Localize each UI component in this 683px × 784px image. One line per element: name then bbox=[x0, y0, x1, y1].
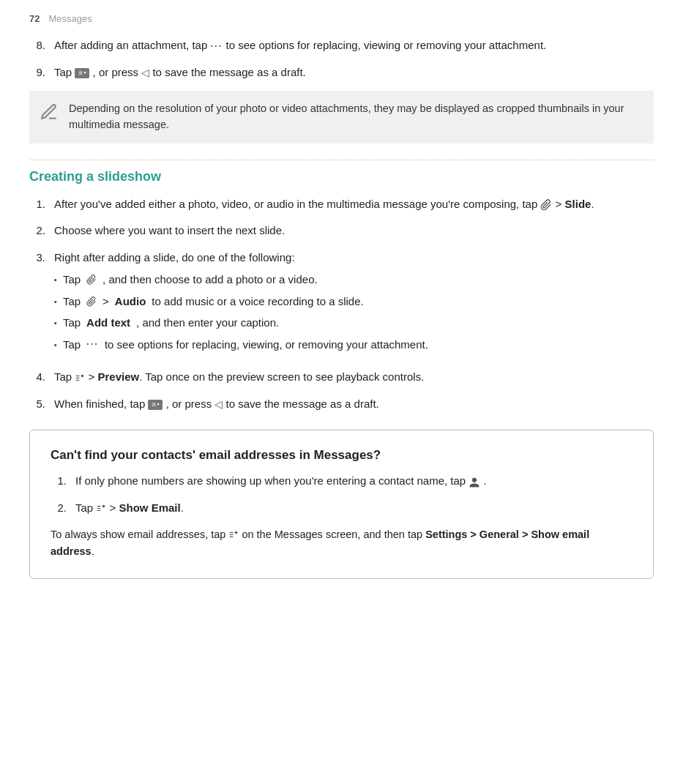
intro-list: 8. After adding an attachment, tap ··· t… bbox=[29, 37, 654, 81]
dots-icon: ··· bbox=[210, 39, 223, 53]
svg-rect-0 bbox=[76, 376, 80, 376]
item-9-text-end: to save the message as a draft. bbox=[152, 66, 305, 78]
svg-rect-6 bbox=[97, 510, 101, 511]
slideshow-list: 1. After you've added either a photo, vi… bbox=[29, 196, 654, 413]
note-box: Depending on the resolution of your phot… bbox=[29, 91, 654, 143]
info-step-2-content: Tap > Show Email. bbox=[75, 500, 632, 517]
page-container: 72 Messages 8. After adding an attachmen… bbox=[0, 0, 683, 608]
step-2-content: Choose where you want to insert the next… bbox=[54, 223, 654, 239]
info-box: Can't find your contacts' email addresse… bbox=[29, 430, 654, 578]
slideshow-step-1: 1. After you've added either a photo, vi… bbox=[29, 196, 654, 213]
slideshow-step-5: 5. When finished, tap ≡ ▪ , or press ◁ t… bbox=[29, 396, 654, 413]
section-label: Messages bbox=[48, 13, 92, 24]
info-step-1-content: If only phone numbers are showing up whe… bbox=[75, 473, 632, 490]
info-step-2: 2. Tap > Show Email. bbox=[51, 500, 632, 517]
svg-rect-1 bbox=[76, 378, 80, 378]
page-number: 72 bbox=[29, 13, 40, 24]
svg-point-3 bbox=[81, 375, 84, 378]
step-5-content: When finished, tap ≡ ▪ , or press ◁ to s… bbox=[54, 396, 654, 413]
dots-icon-b4: ··· bbox=[86, 337, 99, 351]
step-3-bullets: Tap , and then choose to add a photo or … bbox=[54, 272, 654, 353]
bullet-4: Tap ··· to see options for replacing, vi… bbox=[54, 337, 654, 354]
bullet-2: Tap > Audio to add music or a voice reco… bbox=[54, 294, 654, 310]
back-icon-5: ◁ bbox=[214, 397, 223, 412]
info-step-1-num: 1. bbox=[51, 473, 67, 490]
step-3-num: 3. bbox=[29, 250, 45, 359]
slideshow-step-4: 4. Tap > Preview. Tap once on the previe… bbox=[29, 369, 654, 386]
svg-point-7 bbox=[102, 505, 105, 508]
item-9-number: 9. bbox=[29, 64, 45, 81]
menu-icon-info bbox=[96, 501, 106, 516]
step-1-num: 1. bbox=[29, 196, 45, 213]
slideshow-heading: Creating a slideshow bbox=[29, 169, 654, 184]
svg-rect-4 bbox=[97, 506, 101, 507]
draft-icon: ≡ ▪ bbox=[75, 68, 89, 78]
clip-icon-b1 bbox=[86, 272, 97, 287]
item-9-text-mid: , or press bbox=[93, 66, 139, 78]
step-3-content: Right after adding a slide, do one of th… bbox=[54, 250, 654, 359]
svg-rect-9 bbox=[230, 534, 234, 535]
step-2-num: 2. bbox=[29, 223, 45, 239]
info-box-title: Can't find your contacts' email addresse… bbox=[51, 448, 632, 463]
item-8-number: 8. bbox=[29, 37, 45, 54]
svg-rect-5 bbox=[97, 508, 101, 509]
list-item-9: 9. Tap ≡ ▪ , or press ◁ to save the mess… bbox=[29, 64, 654, 81]
svg-rect-8 bbox=[230, 532, 234, 533]
info-step-1: 1. If only phone numbers are showing up … bbox=[51, 473, 632, 490]
step-1-content: After you've added either a photo, video… bbox=[54, 196, 654, 213]
section-divider bbox=[29, 160, 654, 160]
step-4-num: 4. bbox=[29, 369, 45, 386]
bullet-1: Tap , and then choose to add a photo or … bbox=[54, 272, 654, 288]
item-8-text-after: to see options for replacing, viewing or… bbox=[226, 39, 547, 51]
menu-icon-4 bbox=[75, 370, 85, 385]
slideshow-step-3: 3. Right after adding a slide, do one of… bbox=[29, 250, 654, 359]
bullet-3: Tap Add text, and then enter your captio… bbox=[54, 315, 654, 332]
clip-icon-b2 bbox=[86, 294, 97, 309]
svg-point-11 bbox=[235, 531, 238, 534]
pencil-icon bbox=[40, 102, 59, 126]
person-icon bbox=[469, 474, 480, 490]
svg-rect-2 bbox=[76, 380, 80, 381]
item-9-tap: Tap bbox=[54, 66, 72, 78]
item-8-text-before: After adding an attachment, tap bbox=[54, 39, 207, 51]
slideshow-step-2: 2. Choose where you want to insert the n… bbox=[29, 223, 654, 239]
info-box-list: 1. If only phone numbers are showing up … bbox=[51, 473, 632, 516]
item-8-content: After adding an attachment, tap ··· to s… bbox=[54, 37, 654, 54]
step-5-num: 5. bbox=[29, 396, 45, 413]
info-step-2-num: 2. bbox=[51, 500, 67, 517]
svg-rect-10 bbox=[230, 537, 234, 537]
clip-icon-1 bbox=[540, 197, 552, 212]
list-item-8: 8. After adding an attachment, tap ··· t… bbox=[29, 37, 654, 54]
menu-icon-footer bbox=[228, 528, 239, 543]
back-icon: ◁ bbox=[141, 65, 149, 81]
page-header: 72 Messages bbox=[29, 13, 654, 24]
note-text: Depending on the resolution of your phot… bbox=[69, 101, 639, 133]
step-4-content: Tap > Preview. Tap once on the preview s… bbox=[54, 369, 654, 386]
item-9-content: Tap ≡ ▪ , or press ◁ to save the message… bbox=[54, 64, 654, 81]
draft-icon-5: ≡ ▪ bbox=[148, 400, 163, 410]
info-box-footer: To always show email addresses, tap on t… bbox=[51, 526, 632, 560]
